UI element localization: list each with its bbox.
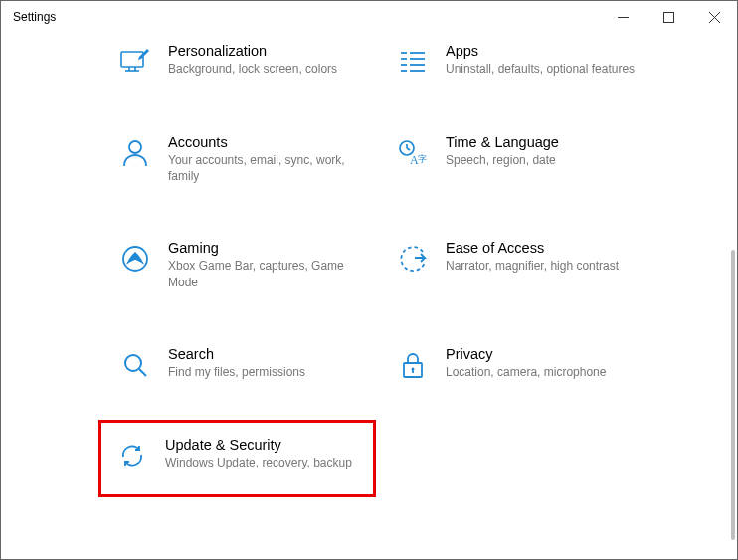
- tile-apps[interactable]: Apps Uninstall, defaults, optional featu…: [390, 39, 653, 83]
- tile-subtitle: Windows Update, recovery, backup: [165, 455, 367, 470]
- tile-subtitle: Uninstall, defaults, optional features: [446, 61, 647, 77]
- apps-icon: [396, 45, 430, 79]
- minimize-button[interactable]: [600, 1, 646, 33]
- personalization-icon: [118, 45, 152, 79]
- tile-subtitle: Speech, region, date: [446, 152, 647, 168]
- maximize-button[interactable]: [646, 1, 691, 33]
- privacy-icon: [396, 348, 430, 382]
- window-controls: [600, 1, 737, 33]
- tile-subtitle: Find my files, permissions: [168, 364, 370, 380]
- tile-subtitle: Your accounts, email, sync, work, family: [168, 152, 370, 184]
- tile-title: Gaming: [168, 240, 370, 256]
- tile-title: Search: [168, 346, 370, 362]
- tile-title: Update & Security: [165, 437, 367, 453]
- tile-title: Privacy: [446, 346, 647, 362]
- gaming-icon: [118, 242, 152, 276]
- svg-line-19: [407, 148, 410, 150]
- tile-title: Ease of Access: [446, 240, 647, 256]
- svg-text:字: 字: [418, 154, 427, 164]
- tile-update-security[interactable]: Update & Security Windows Update, recove…: [98, 420, 376, 497]
- tile-ease-of-access[interactable]: Ease of Access Narrator, magnifier, high…: [390, 236, 653, 293]
- tile-title: Personalization: [168, 43, 370, 59]
- svg-line-24: [139, 369, 146, 376]
- svg-rect-1: [663, 12, 673, 22]
- close-button[interactable]: [691, 1, 737, 33]
- tile-subtitle: Location, camera, microphone: [446, 364, 647, 380]
- svg-rect-4: [121, 52, 143, 67]
- tile-subtitle: Xbox Game Bar, captures, Game Mode: [168, 258, 370, 289]
- window-title: Settings: [13, 10, 56, 24]
- tile-privacy[interactable]: Privacy Location, camera, microphone: [390, 342, 653, 386]
- settings-content: Personalization Background, lock screen,…: [1, 33, 737, 559]
- tile-time-language[interactable]: A 字 Time & Language Speech, region, date: [390, 130, 653, 188]
- ease-of-access-icon: [396, 242, 430, 276]
- settings-grid: Personalization Background, lock screen,…: [112, 39, 701, 475]
- tile-accounts[interactable]: Accounts Your accounts, email, sync, wor…: [112, 130, 376, 188]
- scrollbar[interactable]: [731, 250, 735, 540]
- accounts-icon: [118, 136, 152, 170]
- tile-title: Time & Language: [446, 134, 647, 150]
- tile-subtitle: Background, lock screen, colors: [168, 61, 370, 77]
- svg-point-23: [125, 355, 141, 371]
- update-security-icon: [115, 439, 149, 472]
- svg-point-16: [129, 141, 141, 153]
- tile-gaming[interactable]: Gaming Xbox Game Bar, captures, Game Mod…: [112, 236, 376, 293]
- search-icon: [118, 348, 152, 382]
- tile-title: Apps: [446, 43, 647, 59]
- tile-search[interactable]: Search Find my files, permissions: [112, 342, 376, 386]
- time-language-icon: A 字: [396, 136, 430, 170]
- tile-subtitle: Narrator, magnifier, high contrast: [446, 258, 647, 274]
- tile-personalization[interactable]: Personalization Background, lock screen,…: [112, 39, 376, 83]
- tile-title: Accounts: [168, 134, 370, 150]
